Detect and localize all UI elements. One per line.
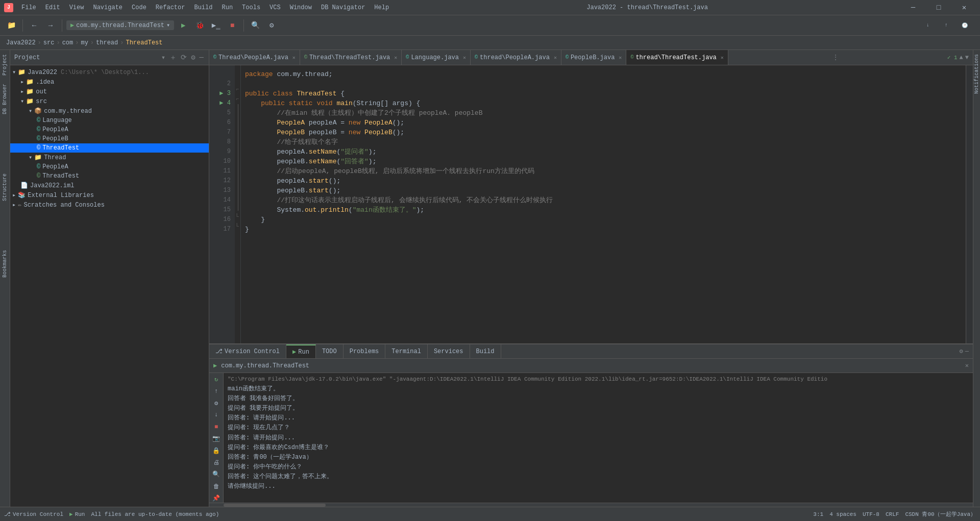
tab-close-4[interactable]: ✕ (619, 55, 622, 61)
editor-scrollbar[interactable] (966, 65, 973, 343)
tree-item-out[interactable]: ▸ 📁 out (10, 87, 209, 96)
run-pin-button[interactable]: 📌 (211, 494, 222, 503)
tree-item-scratches[interactable]: ▸ ✏ Scratches and Consoles (10, 200, 209, 210)
tree-item-ext-libs[interactable]: ▸ 📚 External Libraries (10, 190, 209, 200)
minimize-button[interactable]: ─ (901, 0, 925, 15)
run-status-button[interactable]: ▶ Run (69, 511, 85, 517)
project-dropdown-icon[interactable]: ▾ (160, 52, 166, 63)
menu-navigate[interactable]: Navigate (89, 3, 127, 12)
run-stop-button[interactable]: ■ (211, 423, 222, 431)
breadcrumb-item-file[interactable]: ThreadTest (126, 39, 162, 46)
tree-item-threadtest-1[interactable]: © ThreadTest (10, 143, 209, 153)
tab-thread-peoplea2[interactable]: © thread\PeopleA.java ✕ (471, 50, 561, 65)
git-update-button[interactable]: ↓ (921, 18, 935, 33)
run-print-button[interactable]: 🖨 (211, 458, 222, 467)
tab-close-5[interactable]: ✕ (721, 55, 724, 61)
fold-marker-16[interactable]: L (235, 211, 240, 220)
tab-close-0[interactable]: ✕ (292, 55, 296, 61)
maximize-button[interactable]: □ (927, 0, 950, 15)
menu-window[interactable]: Window (286, 3, 316, 12)
tab-threadtest-active[interactable]: © thread\ThreadTest.java ✕ (626, 50, 728, 65)
line-separator-status[interactable]: CRLF (886, 511, 899, 517)
run-restart-button[interactable]: ↻ (211, 375, 222, 384)
bottom-tab-problems[interactable]: Problems (344, 344, 386, 358)
tree-item-com-my-thread[interactable]: ▾ 📦 com.my.thread (10, 106, 209, 116)
tab-close-3[interactable]: ✕ (554, 55, 557, 61)
menu-build[interactable]: Build (190, 3, 216, 12)
tree-item-peoplea-2[interactable]: © PeopleA (10, 162, 209, 171)
collapse-button[interactable]: ▲ (960, 54, 963, 61)
run-output[interactable]: "C:\Program Files\Java\jdk-17.0.2\bin\ja… (224, 373, 973, 503)
line-num-3[interactable]: ▶ 3 (209, 89, 231, 98)
run-configuration[interactable]: ▶ com.my.thread.ThreadTest ▾ (66, 20, 174, 30)
fold-marker-4[interactable]: ⌐ (235, 94, 240, 104)
tab-peopleb[interactable]: © PeopleB.java ✕ (561, 50, 626, 65)
run-scroll-lock-button[interactable]: 🔒 (211, 446, 222, 455)
scrollbar-thumb[interactable] (224, 504, 326, 507)
project-tool-button[interactable]: Project (1, 52, 9, 78)
back-button[interactable]: ← (27, 18, 41, 33)
run-settings-button[interactable]: ⚙ (211, 399, 222, 408)
vcs-history-button[interactable]: 🕐 (958, 18, 972, 33)
menu-help[interactable]: Help (370, 3, 393, 12)
db-browser-tool-button[interactable]: DB Browser (1, 82, 9, 116)
menu-code[interactable]: Code (128, 3, 151, 12)
tab-close-1[interactable]: ✕ (394, 55, 397, 61)
run-down-button[interactable]: ↓ (211, 411, 222, 419)
expand-button[interactable]: ▼ (965, 54, 969, 61)
bottom-tab-terminal[interactable]: Terminal (385, 344, 428, 358)
breadcrumb-item-thread[interactable]: thread (96, 39, 118, 46)
tree-item-threadtest-2[interactable]: © ThreadTest (10, 171, 209, 181)
tab-language[interactable]: © Language.java ✕ (402, 50, 471, 65)
search-everywhere-button[interactable]: 🔍 (248, 18, 262, 33)
breadcrumb-item-src[interactable]: src (43, 39, 55, 46)
settings-button[interactable]: ⚙ (264, 18, 279, 33)
menu-edit[interactable]: Edit (41, 3, 64, 12)
project-panel-toolbar-add[interactable]: ＋ (168, 52, 178, 63)
bottom-tab-services[interactable]: Services (428, 344, 470, 358)
run-camera-button[interactable]: 📷 (211, 434, 222, 443)
line-num-4[interactable]: ▶ 4 (209, 98, 231, 108)
run-panel-close-button[interactable]: ✕ (965, 362, 969, 369)
bottom-tab-build[interactable]: Build (470, 344, 501, 358)
menu-run[interactable]: Run (217, 3, 237, 12)
tabs-overflow-button[interactable]: ⋮ (828, 50, 843, 65)
menu-vcs[interactable]: VCS (265, 3, 285, 12)
tab-thread-threadtest[interactable]: © Thread\ThreadTest.java ✕ (300, 50, 402, 65)
run-button[interactable]: ▶ (176, 18, 190, 33)
forward-button[interactable]: → (43, 18, 58, 33)
code-content[interactable]: package com.my.thread; public class Thre… (241, 65, 966, 343)
menu-view[interactable]: View (65, 3, 88, 12)
close-button[interactable]: ✕ (952, 0, 976, 15)
tree-item-language[interactable]: © Language (10, 116, 209, 125)
menu-tools[interactable]: Tools (238, 3, 264, 12)
menu-file[interactable]: File (17, 3, 40, 12)
tree-item-thread-folder[interactable]: ▾ 📁 Thread (10, 153, 209, 162)
bottom-panel-hide-button[interactable]: ─ (965, 348, 969, 355)
indent-status[interactable]: 4 spaces (829, 511, 856, 517)
tree-item-iml[interactable]: 📄 Java2022.iml (10, 181, 209, 190)
bottom-tab-todo[interactable]: TODO (316, 344, 344, 358)
bottom-tab-version-control[interactable]: ⎇ Version Control (209, 344, 286, 358)
tree-item-src[interactable]: ▾ 📁 src (10, 96, 209, 106)
cursor-position[interactable]: 3:1 (813, 511, 823, 517)
notifications-button[interactable]: Notifications (973, 52, 980, 96)
bottom-panel-settings-button[interactable]: ⚙ (960, 348, 963, 355)
git-push-button[interactable]: ↑ (939, 18, 953, 33)
tree-item-peoplea-1[interactable]: © PeopleA (10, 125, 209, 134)
debug-button[interactable]: 🐞 (192, 18, 207, 33)
project-panel-toolbar-minimize[interactable]: ─ (199, 53, 205, 63)
breadcrumb-item-com[interactable]: com (62, 39, 74, 46)
fold-marker-3[interactable]: ⌐ (235, 85, 240, 94)
structure-tool-button[interactable]: Structure (1, 171, 9, 203)
run-output-scrollbar[interactable] (209, 503, 973, 507)
stop-button[interactable]: ■ (225, 18, 239, 33)
project-panel-toolbar-settings[interactable]: ⚙ (190, 52, 196, 63)
tab-close-2[interactable]: ✕ (463, 55, 466, 61)
project-panel-toolbar-sync[interactable]: ⟳ (180, 52, 188, 63)
tree-item-peopleb[interactable]: © PeopleB (10, 134, 209, 143)
breadcrumb-item-my[interactable]: my (81, 39, 88, 46)
run-filter-button[interactable]: 🔍 (211, 470, 222, 479)
run-trash-button[interactable]: 🗑 (211, 482, 222, 490)
run-with-coverage-button[interactable]: ▶̳ (209, 18, 223, 33)
